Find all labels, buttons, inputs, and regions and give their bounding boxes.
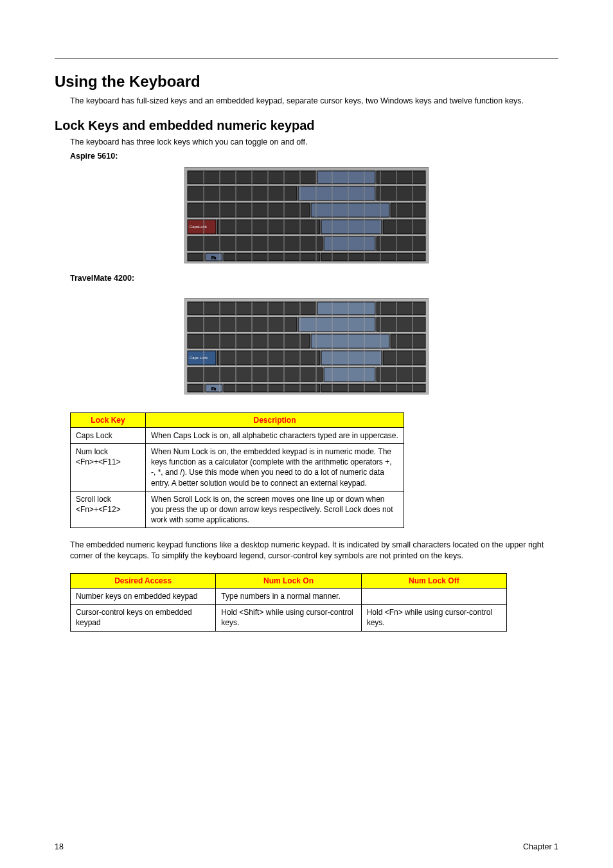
table-row: Cursor-control keys on embedded keypad H…	[71, 605, 507, 631]
subsection-title: Lock Keys and embedded numeric keypad	[55, 118, 558, 133]
svg-rect-7	[188, 203, 310, 217]
svg-rect-9	[391, 203, 425, 217]
keyboard-illustration-icon: Caps Lock Fn	[184, 298, 429, 394]
page-number: 18	[55, 842, 64, 851]
table-row: Number keys on embedded keypad Type numb…	[71, 589, 507, 605]
svg-rect-18	[188, 253, 204, 261]
page: Using the Keyboard The keyboard has full…	[0, 0, 613, 868]
table-row: Num lock <Fn>+<F11> When Num Lock is on,…	[71, 443, 404, 491]
svg-rect-59	[321, 384, 425, 392]
svg-rect-22	[321, 253, 425, 261]
svg-rect-13	[321, 220, 382, 234]
cell-desc: When Caps Lock is on, all alphabetic cha…	[146, 427, 404, 443]
model2-block: TravelMate 4200:	[70, 274, 558, 283]
svg-rect-44	[188, 334, 310, 348]
svg-rect-55	[188, 384, 204, 392]
embedded-paragraph-block: The embedded numeric keypad functions li…	[70, 540, 558, 631]
model-label-travelmate: TravelMate 4200:	[70, 274, 558, 283]
header-rule	[55, 58, 558, 58]
svg-text:Fn: Fn	[211, 387, 216, 391]
svg-rect-8	[311, 203, 389, 217]
section-title: Using the Keyboard	[55, 73, 558, 91]
intro-block: The keyboard has full-sized keys and an …	[70, 96, 558, 107]
svg-rect-16	[324, 236, 375, 251]
cell-on: Type numbers in a normal manner.	[216, 589, 361, 605]
keyboard-figure-aspire: CapsLock Fn	[184, 167, 429, 263]
svg-rect-45	[311, 334, 389, 348]
cell-off	[361, 589, 506, 605]
svg-rect-21	[224, 253, 320, 261]
svg-rect-54	[377, 368, 425, 382]
cell-desc: When Scroll Lock is on, the screen moves…	[146, 491, 404, 528]
table-header-row: Lock Key Description	[71, 412, 404, 427]
chapter-label: Chapter 1	[523, 842, 558, 851]
svg-text:Caps Lock: Caps Lock	[190, 356, 208, 360]
svg-text:Fn: Fn	[211, 256, 216, 260]
cell-access: Number keys on embedded keypad	[71, 589, 216, 605]
th-numlock-off: Num Lock Off	[361, 574, 506, 589]
svg-rect-58	[224, 384, 320, 392]
page-footer: 18 Chapter 1	[55, 842, 558, 851]
svg-rect-2	[317, 171, 375, 184]
svg-rect-14	[383, 220, 425, 234]
svg-rect-5	[298, 186, 375, 200]
table-header-row: Desired Access Num Lock On Num Lock Off	[71, 574, 507, 589]
svg-rect-43	[377, 317, 425, 332]
desired-access-table: Desired Access Num Lock On Num Lock Off …	[70, 573, 507, 632]
svg-rect-3	[377, 171, 425, 184]
svg-rect-39	[317, 302, 375, 315]
cell-lockkey: Scroll lock <Fn>+<F12>	[71, 491, 146, 528]
svg-rect-46	[391, 334, 425, 348]
svg-rect-6	[377, 186, 425, 200]
lock-key-table: Lock Key Description Caps Lock When Caps…	[70, 412, 404, 529]
svg-rect-40	[377, 302, 425, 315]
svg-rect-53	[324, 368, 375, 382]
cell-lockkey: Caps Lock	[71, 427, 146, 443]
intro-paragraph: The keyboard has full-sized keys and an …	[70, 96, 558, 107]
embedded-paragraph: The embedded numeric keypad functions li…	[70, 540, 558, 562]
svg-text:CapsLock: CapsLock	[190, 225, 208, 229]
svg-rect-12	[217, 220, 320, 234]
svg-rect-50	[321, 351, 382, 365]
cell-access: Cursor-control keys on embedded keypad	[71, 605, 216, 631]
th-lock-key: Lock Key	[71, 412, 146, 427]
cell-desc: When Num Lock is on, the embedded keypad…	[146, 443, 404, 491]
cell-on: Hold <Shift> while using cursor-control …	[216, 605, 361, 631]
table-row: Caps Lock When Caps Lock is on, all alph…	[71, 427, 404, 443]
subsection-intro: The keyboard has three lock keys which y…	[70, 137, 558, 148]
keyboard-figure-travelmate: Caps Lock Fn	[184, 298, 429, 394]
svg-rect-17	[377, 236, 425, 251]
cell-lockkey: Num lock <Fn>+<F11>	[71, 443, 146, 491]
lock-table-wrap: Lock Key Description Caps Lock When Caps…	[70, 412, 558, 529]
th-description: Description	[146, 412, 404, 427]
svg-rect-15	[188, 236, 323, 251]
svg-rect-52	[188, 368, 323, 382]
subsection-block: The keyboard has three lock keys which y…	[70, 137, 558, 161]
svg-rect-51	[383, 351, 425, 365]
svg-rect-42	[298, 317, 375, 332]
keyboard-illustration-icon: CapsLock Fn	[184, 167, 429, 263]
svg-rect-49	[217, 351, 320, 365]
th-desired-access: Desired Access	[71, 574, 216, 589]
cell-off: Hold <Fn> while using cursor-control key…	[361, 605, 506, 631]
th-numlock-on: Num Lock On	[216, 574, 361, 589]
table-row: Scroll lock <Fn>+<F12> When Scroll Lock …	[71, 491, 404, 528]
model-label-aspire: Aspire 5610:	[70, 152, 558, 161]
